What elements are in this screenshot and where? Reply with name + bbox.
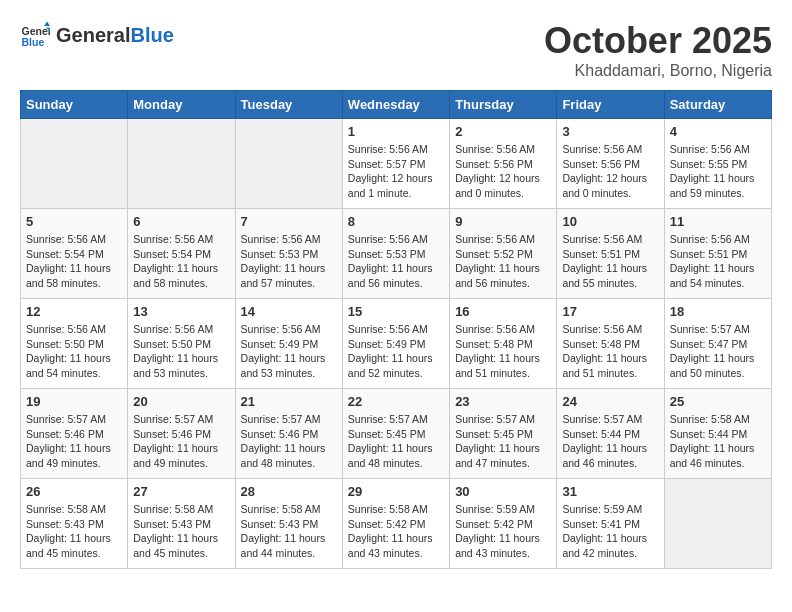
day-number: 17 xyxy=(562,304,658,319)
day-info: Sunrise: 5:57 AMSunset: 5:45 PMDaylight:… xyxy=(455,412,551,471)
day-number: 29 xyxy=(348,484,444,499)
day-info: Sunrise: 5:57 AMSunset: 5:46 PMDaylight:… xyxy=(241,412,337,471)
week-row-5: 26Sunrise: 5:58 AMSunset: 5:43 PMDayligh… xyxy=(21,479,772,569)
day-info: Sunrise: 5:58 AMSunset: 5:42 PMDaylight:… xyxy=(348,502,444,561)
weekday-header-row: SundayMondayTuesdayWednesdayThursdayFrid… xyxy=(21,91,772,119)
day-info: Sunrise: 5:56 AMSunset: 5:51 PMDaylight:… xyxy=(670,232,766,291)
day-info: Sunrise: 5:56 AMSunset: 5:48 PMDaylight:… xyxy=(562,322,658,381)
day-info: Sunrise: 5:56 AMSunset: 5:53 PMDaylight:… xyxy=(241,232,337,291)
day-info: Sunrise: 5:56 AMSunset: 5:57 PMDaylight:… xyxy=(348,142,444,201)
calendar-cell: 27Sunrise: 5:58 AMSunset: 5:43 PMDayligh… xyxy=(128,479,235,569)
calendar-cell: 7Sunrise: 5:56 AMSunset: 5:53 PMDaylight… xyxy=(235,209,342,299)
day-number: 23 xyxy=(455,394,551,409)
calendar-cell: 8Sunrise: 5:56 AMSunset: 5:53 PMDaylight… xyxy=(342,209,449,299)
calendar-cell: 6Sunrise: 5:56 AMSunset: 5:54 PMDaylight… xyxy=(128,209,235,299)
day-info: Sunrise: 5:56 AMSunset: 5:56 PMDaylight:… xyxy=(455,142,551,201)
logo: General Blue General Blue xyxy=(20,20,174,50)
day-number: 12 xyxy=(26,304,122,319)
day-number: 24 xyxy=(562,394,658,409)
calendar-table: SundayMondayTuesdayWednesdayThursdayFrid… xyxy=(20,90,772,569)
day-info: Sunrise: 5:56 AMSunset: 5:51 PMDaylight:… xyxy=(562,232,658,291)
day-info: Sunrise: 5:56 AMSunset: 5:53 PMDaylight:… xyxy=(348,232,444,291)
day-info: Sunrise: 5:58 AMSunset: 5:44 PMDaylight:… xyxy=(670,412,766,471)
day-number: 6 xyxy=(133,214,229,229)
day-number: 8 xyxy=(348,214,444,229)
day-info: Sunrise: 5:56 AMSunset: 5:56 PMDaylight:… xyxy=(562,142,658,201)
calendar-cell: 30Sunrise: 5:59 AMSunset: 5:42 PMDayligh… xyxy=(450,479,557,569)
day-info: Sunrise: 5:56 AMSunset: 5:50 PMDaylight:… xyxy=(26,322,122,381)
calendar-cell: 28Sunrise: 5:58 AMSunset: 5:43 PMDayligh… xyxy=(235,479,342,569)
day-number: 9 xyxy=(455,214,551,229)
calendar-cell xyxy=(128,119,235,209)
calendar-cell: 22Sunrise: 5:57 AMSunset: 5:45 PMDayligh… xyxy=(342,389,449,479)
week-row-4: 19Sunrise: 5:57 AMSunset: 5:46 PMDayligh… xyxy=(21,389,772,479)
calendar-cell: 10Sunrise: 5:56 AMSunset: 5:51 PMDayligh… xyxy=(557,209,664,299)
calendar-cell: 21Sunrise: 5:57 AMSunset: 5:46 PMDayligh… xyxy=(235,389,342,479)
calendar-cell: 5Sunrise: 5:56 AMSunset: 5:54 PMDaylight… xyxy=(21,209,128,299)
week-row-2: 5Sunrise: 5:56 AMSunset: 5:54 PMDaylight… xyxy=(21,209,772,299)
weekday-header-monday: Monday xyxy=(128,91,235,119)
day-number: 22 xyxy=(348,394,444,409)
weekday-header-friday: Friday xyxy=(557,91,664,119)
day-info: Sunrise: 5:58 AMSunset: 5:43 PMDaylight:… xyxy=(133,502,229,561)
day-number: 4 xyxy=(670,124,766,139)
day-number: 5 xyxy=(26,214,122,229)
calendar-cell: 2Sunrise: 5:56 AMSunset: 5:56 PMDaylight… xyxy=(450,119,557,209)
month-title: October 2025 xyxy=(544,20,772,62)
calendar-cell: 16Sunrise: 5:56 AMSunset: 5:48 PMDayligh… xyxy=(450,299,557,389)
day-number: 2 xyxy=(455,124,551,139)
day-info: Sunrise: 5:57 AMSunset: 5:44 PMDaylight:… xyxy=(562,412,658,471)
day-number: 20 xyxy=(133,394,229,409)
day-number: 16 xyxy=(455,304,551,319)
page-header: General Blue General Blue October 2025 K… xyxy=(20,20,772,80)
day-info: Sunrise: 5:56 AMSunset: 5:55 PMDaylight:… xyxy=(670,142,766,201)
calendar-cell: 11Sunrise: 5:56 AMSunset: 5:51 PMDayligh… xyxy=(664,209,771,299)
day-info: Sunrise: 5:58 AMSunset: 5:43 PMDaylight:… xyxy=(26,502,122,561)
day-number: 30 xyxy=(455,484,551,499)
day-number: 25 xyxy=(670,394,766,409)
day-info: Sunrise: 5:56 AMSunset: 5:48 PMDaylight:… xyxy=(455,322,551,381)
logo-icon: General Blue xyxy=(20,20,50,50)
calendar-cell: 12Sunrise: 5:56 AMSunset: 5:50 PMDayligh… xyxy=(21,299,128,389)
day-info: Sunrise: 5:57 AMSunset: 5:46 PMDaylight:… xyxy=(133,412,229,471)
calendar-cell: 20Sunrise: 5:57 AMSunset: 5:46 PMDayligh… xyxy=(128,389,235,479)
day-info: Sunrise: 5:56 AMSunset: 5:49 PMDaylight:… xyxy=(241,322,337,381)
day-number: 14 xyxy=(241,304,337,319)
day-number: 19 xyxy=(26,394,122,409)
day-number: 3 xyxy=(562,124,658,139)
weekday-header-saturday: Saturday xyxy=(664,91,771,119)
calendar-cell: 14Sunrise: 5:56 AMSunset: 5:49 PMDayligh… xyxy=(235,299,342,389)
day-number: 26 xyxy=(26,484,122,499)
calendar-cell: 13Sunrise: 5:56 AMSunset: 5:50 PMDayligh… xyxy=(128,299,235,389)
calendar-cell xyxy=(21,119,128,209)
weekday-header-tuesday: Tuesday xyxy=(235,91,342,119)
day-number: 11 xyxy=(670,214,766,229)
day-number: 13 xyxy=(133,304,229,319)
calendar-cell: 24Sunrise: 5:57 AMSunset: 5:44 PMDayligh… xyxy=(557,389,664,479)
weekday-header-wednesday: Wednesday xyxy=(342,91,449,119)
calendar-cell: 9Sunrise: 5:56 AMSunset: 5:52 PMDaylight… xyxy=(450,209,557,299)
calendar-cell: 29Sunrise: 5:58 AMSunset: 5:42 PMDayligh… xyxy=(342,479,449,569)
calendar-cell xyxy=(235,119,342,209)
logo-blue: Blue xyxy=(130,24,173,47)
day-info: Sunrise: 5:59 AMSunset: 5:42 PMDaylight:… xyxy=(455,502,551,561)
day-number: 27 xyxy=(133,484,229,499)
svg-text:Blue: Blue xyxy=(22,36,45,48)
calendar-cell: 3Sunrise: 5:56 AMSunset: 5:56 PMDaylight… xyxy=(557,119,664,209)
day-number: 7 xyxy=(241,214,337,229)
day-info: Sunrise: 5:56 AMSunset: 5:54 PMDaylight:… xyxy=(26,232,122,291)
day-number: 28 xyxy=(241,484,337,499)
day-number: 1 xyxy=(348,124,444,139)
calendar-cell: 1Sunrise: 5:56 AMSunset: 5:57 PMDaylight… xyxy=(342,119,449,209)
week-row-1: 1Sunrise: 5:56 AMSunset: 5:57 PMDaylight… xyxy=(21,119,772,209)
logo-general: General xyxy=(56,24,130,47)
location-title: Khaddamari, Borno, Nigeria xyxy=(544,62,772,80)
calendar-cell: 19Sunrise: 5:57 AMSunset: 5:46 PMDayligh… xyxy=(21,389,128,479)
day-number: 10 xyxy=(562,214,658,229)
calendar-cell xyxy=(664,479,771,569)
day-number: 18 xyxy=(670,304,766,319)
day-info: Sunrise: 5:57 AMSunset: 5:45 PMDaylight:… xyxy=(348,412,444,471)
day-number: 15 xyxy=(348,304,444,319)
calendar-cell: 23Sunrise: 5:57 AMSunset: 5:45 PMDayligh… xyxy=(450,389,557,479)
calendar-cell: 25Sunrise: 5:58 AMSunset: 5:44 PMDayligh… xyxy=(664,389,771,479)
